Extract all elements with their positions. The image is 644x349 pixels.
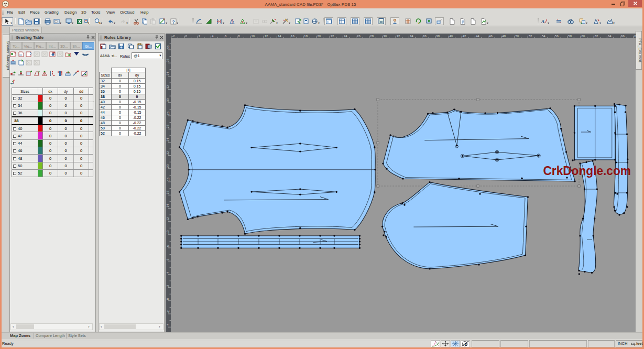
svg-text:52: 52 [529, 35, 532, 38]
svg-text:16: 16 [167, 190, 170, 194]
svg-text:38: 38 [436, 35, 440, 38]
svg-text:12: 12 [265, 35, 268, 38]
svg-text:30: 30 [167, 98, 170, 102]
svg-text:22: 22 [167, 151, 170, 155]
svg-text:36: 36 [423, 35, 427, 38]
svg-text:-4: -4 [167, 323, 170, 326]
svg-text:24: 24 [344, 35, 347, 38]
svg-text:26: 26 [357, 35, 361, 38]
svg-text:-2: -2 [172, 35, 175, 38]
svg-text:18: 18 [167, 177, 170, 181]
svg-text:48: 48 [502, 35, 506, 38]
svg-text:D: D [465, 343, 467, 346]
svg-text:30: 30 [384, 35, 387, 38]
svg-text:26: 26 [167, 124, 170, 128]
svg-text:44: 44 [476, 35, 479, 38]
svg-text:12: 12 [167, 217, 170, 221]
svg-text:38: 38 [167, 45, 170, 49]
svg-text:A: A [541, 19, 544, 24]
svg-text:10: 10 [167, 230, 170, 234]
svg-text:46: 46 [489, 35, 493, 38]
svg-text:?: ? [172, 19, 175, 25]
svg-text:64: 64 [608, 35, 612, 38]
svg-text:20: 20 [167, 164, 170, 168]
svg-text:28: 28 [167, 111, 170, 115]
svg-text:58: 58 [568, 35, 572, 38]
svg-text:36: 36 [167, 58, 170, 62]
svg-text:CrkDongle.com: CrkDongle.com [543, 164, 630, 178]
svg-text:10: 10 [252, 35, 255, 38]
svg-text:16: 16 [291, 35, 294, 38]
svg-text:32: 32 [397, 35, 400, 38]
svg-text:66: 66 [621, 35, 625, 38]
svg-text:22: 22 [331, 35, 334, 38]
svg-text:42: 42 [463, 35, 466, 38]
svg-text:34: 34 [167, 72, 170, 75]
svg-text:50: 50 [516, 35, 519, 38]
svg-text:-2: -2 [167, 310, 170, 313]
svg-text:20: 20 [318, 35, 321, 38]
svg-text:54: 54 [542, 35, 545, 38]
svg-text:32: 32 [167, 85, 170, 89]
svg-text:28: 28 [370, 35, 374, 38]
svg-text:56: 56 [555, 35, 559, 38]
svg-text:40: 40 [450, 35, 453, 38]
svg-text:60: 60 [582, 35, 585, 38]
svg-text:18: 18 [304, 35, 308, 38]
svg-text:14: 14 [167, 204, 170, 208]
svg-text:34: 34 [410, 35, 413, 38]
svg-text:14: 14 [278, 35, 281, 38]
svg-text:62: 62 [595, 35, 598, 38]
svg-text:24: 24 [167, 138, 170, 141]
